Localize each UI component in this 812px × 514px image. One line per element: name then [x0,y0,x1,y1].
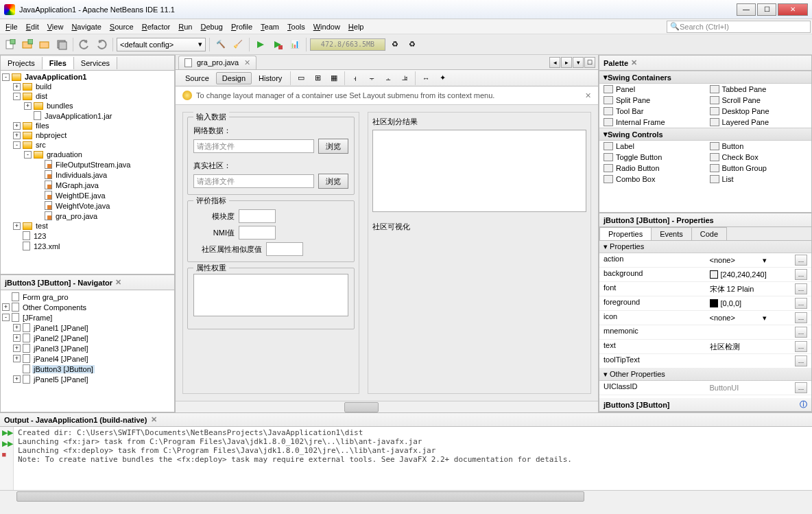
menu-navigate[interactable]: Navigate [67,21,105,32]
gc2-icon[interactable]: ♻ [405,37,420,52]
menu-source[interactable]: Source [106,21,138,32]
palette-item[interactable]: Desktop Pane [706,106,812,117]
palette[interactable]: ▾ Swing Containers PanelTabbed PaneSplit… [599,71,811,185]
menu-team[interactable]: Team [256,21,283,32]
property-row[interactable]: toolTipText… [599,354,811,369]
menu-run[interactable]: Run [174,21,196,32]
redo-icon[interactable] [94,37,109,52]
prop-edit-button[interactable]: … [795,269,807,280]
property-row[interactable]: UIClassIDButtonUI… [599,381,811,395]
new-file-icon[interactable] [3,37,18,52]
maximize-editor-icon[interactable]: ☐ [584,57,595,68]
tree-row[interactable]: Individuals.java [2,170,173,180]
prop-edit-button[interactable]: … [795,327,807,338]
prop-tab-code[interactable]: Code [691,227,727,240]
tab-files[interactable]: Files [43,57,74,69]
prop-edit-button[interactable]: … [795,355,807,366]
browse-real-button[interactable]: 浏览 [318,174,348,189]
prop-edit-button[interactable]: … [795,312,807,323]
tab-services[interactable]: Services [74,57,117,69]
prop-edit-button[interactable]: … [795,255,807,266]
memory-indicator[interactable]: 472.8/663.5MB [310,38,385,51]
new-project-icon[interactable] [20,37,35,52]
menu-debug[interactable]: Debug [196,21,226,32]
tree-row[interactable]: +jPanel5 [JPanel] [2,374,173,384]
prop-tab-events[interactable]: Events [651,227,692,240]
palette-item[interactable]: Internal Frame [599,117,706,128]
palette-item[interactable]: Split Pane [599,95,706,106]
profile-icon[interactable]: 📊 [287,37,302,52]
property-row[interactable]: background[240,240,240]… [599,268,811,282]
property-row[interactable]: text社区检测… [599,340,811,354]
tree-row[interactable]: +files [2,121,173,130]
palette-item[interactable]: Radio Button [599,163,706,174]
result-area[interactable] [372,130,586,212]
tree-row[interactable]: JavaApplication1.jar [2,110,173,121]
tab-list-icon[interactable]: ▾ [573,57,584,68]
tree-row[interactable]: Form gra_pro [2,292,173,302]
mode-design[interactable]: Design [216,72,252,84]
tree-row[interactable]: MGraph.java [2,180,173,190]
close-button[interactable]: ✕ [778,3,808,16]
weights-area[interactable] [193,274,348,316]
property-row[interactable]: action<none>▾… [599,253,811,268]
design-canvas[interactable]: 输入数据 网络数据： 请选择文件浏览 真实社区： 请选择文件浏览 评价指标 模块… [176,105,598,401]
tree-row[interactable]: +bundles [2,101,173,110]
menu-window[interactable]: Window [309,21,344,32]
mod-input[interactable] [239,209,276,223]
real-file-input[interactable]: 请选择文件 [193,174,314,188]
align-icon[interactable]: ⫞ [348,71,363,86]
prev-tab-icon[interactable]: ◂ [549,57,560,68]
properties-table[interactable]: ▾ Properties action<none>▾…background[24… [599,241,811,398]
select-mode-icon[interactable]: ▭ [294,71,309,86]
editor-h-scrollbar[interactable] [176,401,598,412]
align4-icon[interactable]: ⫡ [397,71,412,86]
browse-net-button[interactable]: 浏览 [318,139,348,154]
palette-item[interactable]: Layered Pane [706,117,812,128]
open-icon[interactable] [37,37,52,52]
property-row[interactable]: font宋体 12 Plain… [599,282,811,296]
clean-build-icon[interactable]: 🧹 [230,37,246,52]
property-row[interactable]: mnemonic… [599,325,811,340]
tree-row[interactable]: +Other Components [2,302,173,312]
prop-edit-button[interactable]: … [795,382,807,393]
tree-row[interactable]: jButton3 [JButton] [2,364,173,374]
output-text[interactable]: Created dir: C:\Users\SWIFT\Documents\Ne… [14,427,812,490]
palette-item[interactable]: Tabbed Pane [706,84,812,95]
editor-tab[interactable]: gra_pro.java ✕ [178,56,256,69]
tree-row[interactable]: +jPanel3 [JPanel] [2,343,173,353]
menu-file[interactable]: File [1,21,22,32]
palette-item[interactable]: Scroll Pane [706,95,812,106]
menu-view[interactable]: View [43,21,68,32]
tab-projects[interactable]: Projects [1,57,43,69]
tree-row[interactable]: +nbproject [2,130,173,140]
palette-item[interactable]: Tool Bar [599,106,706,117]
output-h-scrollbar[interactable] [0,490,812,502]
rerun2-icon[interactable]: ▶▶ [2,439,12,449]
tree-row[interactable]: 123.xml [2,241,173,251]
tree-row[interactable]: -src [2,140,173,150]
config-combo[interactable]: <default config>▾ [117,38,206,51]
align2-icon[interactable]: ⫟ [364,71,379,86]
mode-history[interactable]: History [253,73,287,84]
tree-row[interactable]: +build [2,82,173,91]
next-tab-icon[interactable]: ▸ [561,57,572,68]
rerun-icon[interactable]: ▶▶ [2,428,12,438]
palette-cat-controls[interactable]: ▾ Swing Controls [599,128,811,141]
sim-input[interactable] [266,242,303,256]
resize2-icon[interactable]: ✦ [435,71,450,86]
palette-cat-containers[interactable]: ▾ Swing Containers [599,71,811,84]
project-tree[interactable]: -JavaApplication1+build-dist+bundlesJava… [1,71,174,274]
menu-tools[interactable]: Tools [283,21,309,32]
tree-row[interactable]: +jPanel1 [JPanel] [2,323,173,333]
tree-row[interactable]: -JavaApplication1 [2,72,173,82]
palette-item[interactable]: Combo Box [599,174,706,185]
palette-item[interactable]: Button [706,141,812,152]
prop-tab-properties[interactable]: Properties [599,227,652,240]
tree-row[interactable]: +jPanel2 [JPanel] [2,333,173,343]
menu-refactor[interactable]: Refactor [138,21,175,32]
maximize-button[interactable]: ☐ [757,3,776,16]
prop-edit-button[interactable]: … [795,341,807,352]
tree-row[interactable]: +test [2,221,173,231]
tree-row[interactable]: WeightVote.java [2,200,173,211]
